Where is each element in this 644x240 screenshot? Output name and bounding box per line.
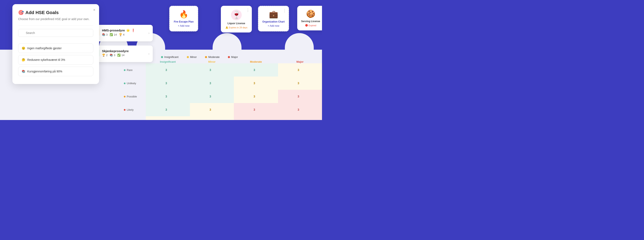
- cell-2-3: 3: [278, 90, 322, 103]
- matrix-cell-inner: 3: [235, 104, 274, 115]
- menu-dots-icon-org[interactable]: ⋮: [283, 8, 286, 13]
- cell-0-1: 3: [190, 63, 234, 77]
- warning-icon: ⚠️: [226, 26, 228, 29]
- legend-insignificant: Insignificant: [161, 55, 178, 59]
- cell-badge: 3: [207, 119, 214, 120]
- cell-2-2: 3: [234, 90, 278, 103]
- wine-icon: 🍷: [231, 10, 242, 20]
- goal-item-1[interactable]: 😟 Ingen matforgiftede gjester: [18, 43, 93, 53]
- org-chart-title: Organization Chart: [261, 20, 286, 24]
- serving-title: Serving License: [300, 20, 321, 23]
- stat-check-1: ✅14: [110, 33, 116, 36]
- chevron-right-icon-2[interactable]: ›: [148, 52, 150, 56]
- cell-badge: 3: [163, 93, 170, 100]
- fire-escape-add[interactable]: + Add now: [172, 24, 195, 27]
- matrix-cell-inner: 3: [191, 64, 230, 76]
- matrix-row: Possible3333: [120, 90, 322, 103]
- search-wrapper: 🔍: [18, 29, 93, 40]
- stat-books-1: 📚3: [102, 33, 108, 36]
- col-header-moderate: Moderate: [234, 60, 278, 63]
- fire-escape-title: Fire Escape Plan: [172, 20, 195, 24]
- risk-matrix-container: Insignificant Minor Moderate Major Insig…: [120, 54, 322, 120]
- minor-dot: [187, 56, 189, 58]
- proc-title-hms: HMS-prosedyre ⭐ ❗: [102, 29, 135, 32]
- cell-badge: 3: [163, 67, 170, 73]
- risk-matrix-table: Insignificant Minor Moderate Major Rare3…: [120, 60, 322, 120]
- fire-escape-card[interactable]: 🔥 Fire Escape Plan + Add now: [169, 6, 198, 32]
- cell-4-2: 3: [234, 116, 278, 120]
- matrix-cell-inner: 3: [146, 64, 186, 76]
- cell-4-3: 3: [278, 116, 322, 120]
- col-header-major: Major: [278, 60, 322, 63]
- row-label-almost certain: Almost certain: [120, 116, 146, 120]
- star-icon: ⭐: [126, 29, 130, 32]
- cell-badge: 3: [163, 119, 170, 120]
- error-icon: 🔴: [305, 24, 308, 27]
- cell-0-0: 3: [146, 63, 190, 77]
- liquor-status: ⚠️ Expires in 29 days: [224, 26, 249, 29]
- matrix-cell-inner: 3: [235, 64, 274, 76]
- search-input[interactable]: [18, 29, 93, 37]
- menu-dots-icon[interactable]: ⋮: [246, 8, 250, 13]
- cell-badge: 3: [251, 119, 258, 120]
- liquor-title: Liquor License: [224, 22, 249, 25]
- matrix-row: Likely3333: [120, 103, 322, 116]
- cell-badge: 3: [295, 93, 302, 100]
- cell-3-3: 3: [278, 103, 322, 116]
- stat-trophy-1: 🏆4: [119, 33, 124, 36]
- matrix-cell-inner: 3: [279, 91, 318, 102]
- row-label-likely: Likely: [120, 103, 146, 116]
- moderate-label: Moderate: [208, 55, 220, 59]
- cell-2-0: 3: [146, 90, 190, 103]
- proc-header-1: 🦺 HMS-prosedyre ⭐ ❗ 📚3 ✅14 🏆4: [90, 28, 149, 37]
- cell-badge: 3: [207, 93, 214, 100]
- cell-badge: 3: [251, 80, 258, 86]
- goal-item-2[interactable]: 🤔 Redusere sykefraværet til 3%: [18, 55, 93, 65]
- row-label-possible: Possible: [120, 90, 146, 103]
- serving-license-card: 🍪 Serving License 🔴 Expired: [297, 6, 322, 30]
- cell-badge: 3: [295, 119, 302, 120]
- proc-stats-hms: 📚3 ✅14 🏆4: [102, 33, 135, 36]
- legend-minor: Minor: [187, 55, 197, 59]
- matrix-cell-inner: 3: [191, 77, 230, 89]
- insignificant-label: Insignificant: [164, 55, 178, 59]
- org-chart-add[interactable]: + Add now: [261, 24, 286, 27]
- cell-4-0: 3: [146, 116, 190, 120]
- serving-status: 🔴 Expired: [300, 24, 321, 27]
- goal-item-3[interactable]: 📚 Kursgjennomføring på 90%: [18, 67, 93, 76]
- cell-3-1: 3: [190, 103, 234, 116]
- matrix-cell-inner: 3: [279, 64, 318, 76]
- briefcase-icon: 💼: [261, 10, 286, 19]
- matrix-row: Unlikely3333: [120, 77, 322, 90]
- alert-icon: ❗: [131, 29, 135, 32]
- cell-badge: 3: [207, 67, 214, 73]
- matrix-cell-inner: 3: [146, 104, 186, 115]
- target-icon: 🎯: [18, 10, 24, 15]
- col-header-minor: Minor: [190, 60, 234, 63]
- matrix-cell-inner: 3: [146, 117, 186, 120]
- liquor-status-text: Expires in 29 days: [229, 26, 248, 29]
- cell-3-0: 3: [146, 103, 190, 116]
- cell-badge: 3: [163, 80, 170, 86]
- cookie-icon: 🍪: [300, 10, 321, 18]
- proc-header-2: 🥂 Skjenkeprosedyre 🏆2 📚3 ✅14: [90, 48, 149, 58]
- proc-title-skjenke: Skjenkeprosedyre: [102, 49, 128, 53]
- cell-badge: 3: [295, 80, 302, 86]
- proc-stats-skjenke: 🏆2 📚3 ✅14: [102, 54, 128, 57]
- chevron-right-icon-1[interactable]: ›: [148, 31, 150, 35]
- cell-1-3: 3: [278, 77, 322, 90]
- cell-1-0: 3: [146, 77, 190, 90]
- stat-check-2: ✅14: [117, 54, 124, 57]
- goal-icon-3: 📚: [22, 70, 25, 73]
- cell-0-3: 3: [278, 63, 322, 77]
- matrix-cell-inner: 3: [279, 117, 318, 120]
- matrix-row: Rare3333: [120, 63, 322, 77]
- panel-title-text: Add HSE Goals: [26, 10, 58, 15]
- minor-label: Minor: [190, 55, 197, 59]
- cell-badge: 3: [251, 67, 258, 73]
- org-chart-card[interactable]: 💼 Organization Chart + Add now ⋮: [258, 6, 289, 32]
- close-button[interactable]: ×: [93, 8, 95, 12]
- major-dot: [228, 56, 230, 58]
- matrix-cell-inner: 3: [235, 77, 274, 89]
- goal-label-3: Kursgjennomføring på 90%: [27, 70, 62, 73]
